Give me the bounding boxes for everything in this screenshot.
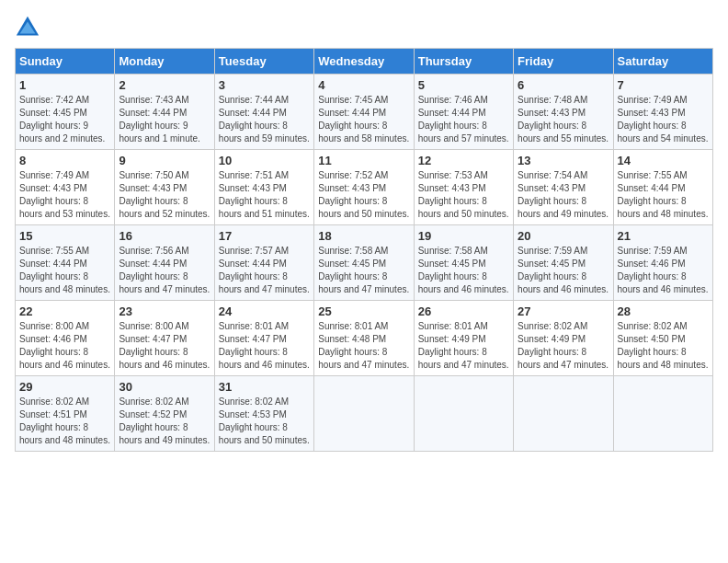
sunrise-label: Sunrise: 7:48 AM [518,95,587,105]
sunrise-label: Sunrise: 7:57 AM [219,246,289,256]
calendar-week-1: 1 Sunrise: 7:42 AM Sunset: 4:45 PM Dayli… [16,75,713,150]
calendar-cell [314,376,414,452]
calendar-cell: 4 Sunrise: 7:45 AM Sunset: 4:44 PM Dayli… [314,75,414,150]
daylight-label: Daylight hours: 8 hours and 48 minutes. [19,422,110,445]
sunrise-label: Sunrise: 7:53 AM [418,170,488,180]
sunrise-label: Sunrise: 7:56 AM [119,246,188,256]
sunset-label: Sunset: 4:53 PM [219,409,287,419]
sunset-label: Sunset: 4:47 PM [119,334,187,344]
sunset-label: Sunset: 4:49 PM [518,334,586,344]
sunrise-label: Sunrise: 7:52 AM [318,170,388,180]
day-number: 31 [219,380,310,394]
weekday-header-friday: Friday [514,49,613,75]
cell-info: Sunrise: 7:50 AM Sunset: 4:43 PM Dayligh… [119,169,210,221]
weekday-header-wednesday: Wednesday [314,49,414,75]
calendar-week-5: 29 Sunrise: 8:02 AM Sunset: 4:51 PM Dayl… [16,376,713,452]
daylight-label: Daylight hours: 8 hours and 53 minutes. [19,196,110,219]
day-number: 16 [119,229,210,243]
day-number: 5 [418,78,509,92]
cell-info: Sunrise: 7:58 AM Sunset: 4:45 PM Dayligh… [418,245,509,296]
daylight-label: Daylight hours: 8 hours and 49 minutes. [518,196,609,219]
daylight-label: Daylight hours: 8 hours and 48 minutes. [19,271,110,294]
daylight-label: Daylight hours: 8 hours and 54 minutes. [618,121,709,144]
calendar-header: SundayMondayTuesdayWednesdayThursdayFrid… [16,49,713,75]
sunset-label: Sunset: 4:45 PM [318,259,386,269]
calendar-cell: 19 Sunrise: 7:58 AM Sunset: 4:45 PM Dayl… [414,225,513,301]
sunset-label: Sunset: 4:44 PM [119,259,187,269]
sunset-label: Sunset: 4:49 PM [418,334,486,344]
sunrise-label: Sunrise: 8:00 AM [119,321,188,331]
cell-info: Sunrise: 7:55 AM Sunset: 4:44 PM Dayligh… [618,169,709,221]
daylight-label: Daylight hours: 8 hours and 46 minutes. [219,347,310,370]
sunset-label: Sunset: 4:48 PM [318,334,386,344]
sunset-label: Sunset: 4:45 PM [518,259,586,269]
calendar-cell: 28 Sunrise: 8:02 AM Sunset: 4:50 PM Dayl… [613,301,712,376]
weekday-header-sunday: Sunday [16,49,115,75]
calendar-cell: 1 Sunrise: 7:42 AM Sunset: 4:45 PM Dayli… [16,75,115,150]
calendar-cell: 26 Sunrise: 8:01 AM Sunset: 4:49 PM Dayl… [414,301,513,376]
weekday-header-thursday: Thursday [414,49,513,75]
sunset-label: Sunset: 4:43 PM [119,183,187,193]
daylight-label: Daylight hours: 8 hours and 59 minutes. [219,121,310,144]
cell-info: Sunrise: 7:59 AM Sunset: 4:46 PM Dayligh… [618,245,709,296]
day-number: 3 [219,78,310,92]
day-number: 1 [19,78,110,92]
calendar-cell: 17 Sunrise: 7:57 AM Sunset: 4:44 PM Dayl… [214,225,313,301]
cell-info: Sunrise: 8:01 AM Sunset: 4:49 PM Dayligh… [418,320,509,372]
daylight-label: Daylight hours: 8 hours and 49 minutes. [119,422,210,445]
cell-info: Sunrise: 8:00 AM Sunset: 4:46 PM Dayligh… [19,320,110,372]
calendar-cell: 31 Sunrise: 8:02 AM Sunset: 4:53 PM Dayl… [214,376,313,452]
day-number: 22 [19,304,110,318]
calendar-cell: 25 Sunrise: 8:01 AM Sunset: 4:48 PM Dayl… [314,301,414,376]
cell-info: Sunrise: 7:55 AM Sunset: 4:44 PM Dayligh… [19,245,110,296]
day-number: 18 [318,229,409,243]
day-number: 25 [318,304,409,318]
cell-info: Sunrise: 8:01 AM Sunset: 4:48 PM Dayligh… [318,320,409,372]
day-number: 29 [19,380,110,394]
sunset-label: Sunset: 4:43 PM [518,183,586,193]
calendar-cell: 29 Sunrise: 8:02 AM Sunset: 4:51 PM Dayl… [16,376,115,452]
sunrise-label: Sunrise: 8:01 AM [219,321,289,331]
calendar-cell: 2 Sunrise: 7:43 AM Sunset: 4:44 PM Dayli… [115,75,214,150]
cell-info: Sunrise: 8:02 AM Sunset: 4:53 PM Dayligh… [219,396,310,447]
sunset-label: Sunset: 4:47 PM [219,334,287,344]
sunset-label: Sunset: 4:45 PM [19,108,87,118]
sunset-label: Sunset: 4:43 PM [318,183,386,193]
sunrise-label: Sunrise: 8:02 AM [119,396,188,407]
calendar-cell: 21 Sunrise: 7:59 AM Sunset: 4:46 PM Dayl… [613,225,712,301]
calendar-cell: 12 Sunrise: 7:53 AM Sunset: 4:43 PM Dayl… [414,150,513,225]
sunset-label: Sunset: 4:44 PM [19,259,87,269]
day-number: 26 [418,304,509,318]
calendar-cell: 7 Sunrise: 7:49 AM Sunset: 4:43 PM Dayli… [613,75,712,150]
daylight-label: Daylight hours: 8 hours and 47 minutes. [219,271,310,294]
daylight-label: Daylight hours: 8 hours and 47 minutes. [119,271,210,294]
sunrise-label: Sunrise: 8:02 AM [618,321,688,331]
sunset-label: Sunset: 4:43 PM [219,183,287,193]
daylight-label: Daylight hours: 8 hours and 50 minutes. [418,196,509,219]
calendar-cell: 23 Sunrise: 8:00 AM Sunset: 4:47 PM Dayl… [115,301,214,376]
day-number: 21 [618,229,709,243]
sunset-label: Sunset: 4:43 PM [418,183,486,193]
sunset-label: Sunset: 4:50 PM [618,334,686,344]
calendar-cell: 16 Sunrise: 7:56 AM Sunset: 4:44 PM Dayl… [115,225,214,301]
daylight-label: Daylight hours: 8 hours and 55 minutes. [518,121,609,144]
day-number: 9 [119,154,210,167]
daylight-label: Daylight hours: 9 hours and 2 minutes. [19,121,105,144]
calendar-cell: 30 Sunrise: 8:02 AM Sunset: 4:52 PM Dayl… [115,376,214,452]
day-number: 13 [518,154,609,167]
daylight-label: Daylight hours: 8 hours and 50 minutes. [318,196,409,219]
cell-info: Sunrise: 7:54 AM Sunset: 4:43 PM Dayligh… [518,169,609,221]
day-number: 23 [119,304,210,318]
calendar-cell: 22 Sunrise: 8:00 AM Sunset: 4:46 PM Dayl… [16,301,115,376]
day-number: 11 [318,154,409,167]
cell-info: Sunrise: 8:01 AM Sunset: 4:47 PM Dayligh… [219,320,310,372]
calendar-cell: 6 Sunrise: 7:48 AM Sunset: 4:43 PM Dayli… [514,75,613,150]
daylight-label: Daylight hours: 8 hours and 46 minutes. [618,271,709,294]
page-header [15,15,713,40]
sunrise-label: Sunrise: 8:00 AM [19,321,89,331]
cell-info: Sunrise: 7:57 AM Sunset: 4:44 PM Dayligh… [219,245,310,296]
day-number: 19 [418,229,509,243]
cell-info: Sunrise: 8:02 AM Sunset: 4:52 PM Dayligh… [119,396,210,447]
day-number: 12 [418,154,509,167]
weekday-header-tuesday: Tuesday [214,49,313,75]
